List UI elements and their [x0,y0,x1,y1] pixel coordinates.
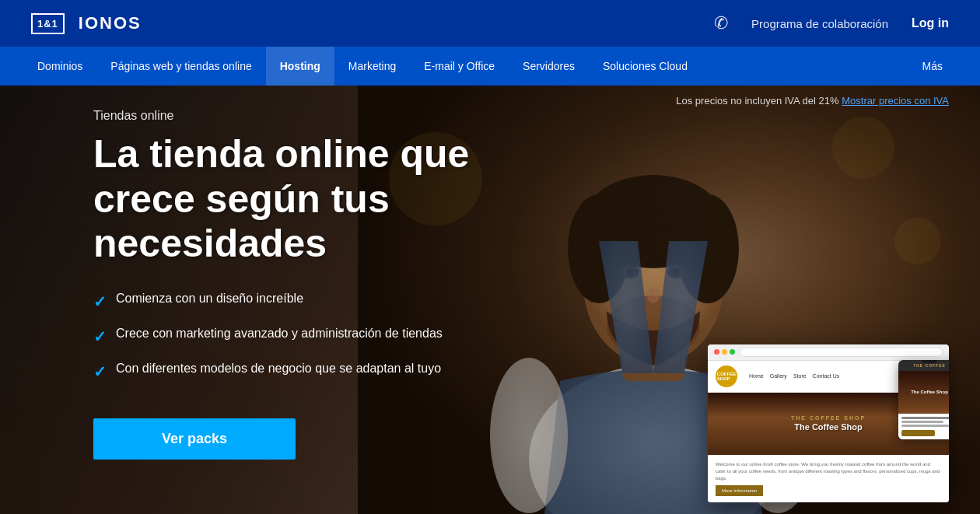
ver-packs-button[interactable]: Ver packs [93,418,296,460]
login-button[interactable]: Log in [912,16,949,30]
preview-nav-contact: Contact Us [813,373,840,379]
features-list: ✓ Comienza con un diseño increíble ✓ Cre… [93,290,529,395]
tiendas-label: Tiendas online [93,109,941,123]
check-icon-2: ✓ [93,326,107,348]
preview-more-info-button[interactable]: More Information [716,485,763,496]
preview-nav-links: Home Gallery Store Contact Us [749,373,839,379]
nav-item-mas[interactable]: Más [908,47,957,86]
preview-nav-home: Home [749,373,764,379]
logo-ionos: IONOS [79,13,142,33]
nav-item-hosting[interactable]: Hosting [266,47,334,86]
nav-item-marketing[interactable]: Marketing [334,47,410,86]
check-icon-1: ✓ [93,291,107,313]
preview-site-title: The Coffee Shop [791,422,866,432]
hero-section: Los precios no incluyen IVA del 21% Most… [0,86,980,514]
logo-area: 1&1 IONOS [31,13,142,34]
feature-item-1: ✓ Comienza con un diseño increíble [93,290,529,313]
nav-item-soluciones-cloud[interactable]: Soluciones Cloud [589,47,702,86]
preview-logo: COFFEESHOP [716,365,737,387]
preview-mobile: THE COFFEE The Coffee Shop [898,360,949,439]
nav-item-dominios[interactable]: Dominios [23,47,96,86]
colaboracion-link[interactable]: Programa de colaboración [751,17,888,30]
check-icon-3: ✓ [93,361,107,383]
vat-text: Los precios no incluyen IVA del 21% [676,95,838,107]
top-bar: 1&1 IONOS ✆ Programa de colaboración Log… [0,0,980,47]
feature-item-3: ✓ Con diferentes modelos de negocio que … [93,360,529,383]
preview-nav-gallery: Gallery [770,373,787,379]
logo-1and1: 1&1 [37,18,58,30]
feature-item-2: ✓ Crece con marketing avanzado y adminis… [93,325,529,348]
preview-card: COFFEESHOP Home Gallery Store Contact Us… [708,344,949,502]
hero-title: La tienda online que crece según tus nec… [93,132,544,267]
preview-nav-store: Store [793,373,807,379]
nav-item-paginas-web[interactable]: Páginas web y tiendas online [96,47,265,86]
top-right: ✆ Programa de colaboración Log in [714,13,949,33]
coffee-logo-icon: COFFEESHOP [716,365,737,387]
feature-text-1: Comienza con un diseño increíble [116,290,303,307]
preview-body-text: Welcome to our online Kraft coffee store… [708,455,949,502]
vat-link[interactable]: Mostrar precios con IVA [842,95,949,107]
vat-notice: Los precios no incluyen IVA del 21% Most… [676,95,949,107]
preview-mobile-body [898,414,949,439]
nav-item-email-office[interactable]: E-mail y Office [410,47,509,86]
nav-item-servidores[interactable]: Servidores [509,47,589,86]
nav-bar: Dominios Páginas web y tiendas online Ho… [0,47,980,86]
logo-box: 1&1 [31,13,65,34]
phone-icon: ✆ [714,13,728,33]
preview-description: Welcome to our online Kraft coffee store… [716,461,941,482]
feature-text-3: Con diferentes modelos de negocio que se… [116,360,441,377]
preview-mobile-title: The Coffee Shop [911,390,948,394]
preview-mobile-hero: The Coffee Shop [898,371,949,414]
feature-text-2: Crece con marketing avanzado y administr… [116,325,443,342]
